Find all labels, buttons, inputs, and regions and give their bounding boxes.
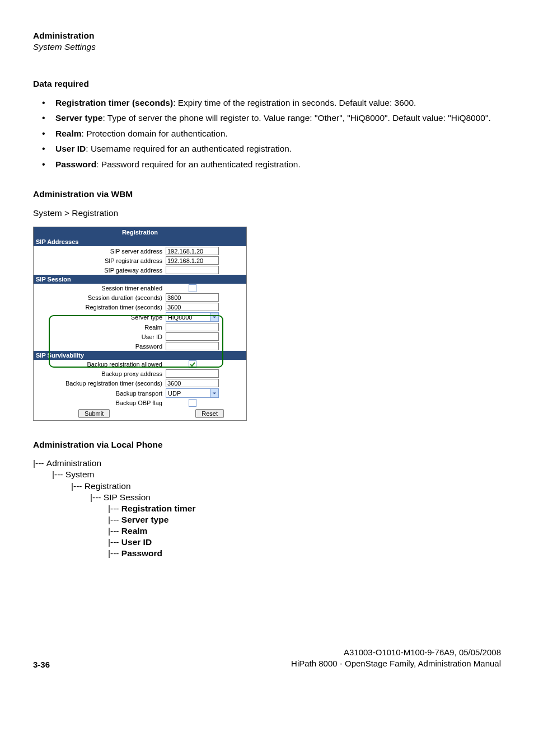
- field-label: Session duration (seconds): [34, 294, 166, 301]
- tree-node-registration-timer: Registration timer: [121, 504, 196, 513]
- sip-registrar-address-input[interactable]: [166, 256, 219, 265]
- list-item: Password: Password required for an authe…: [33, 158, 501, 170]
- item-text: : Protection domain for authentication.: [82, 129, 228, 138]
- row-backup-transport: Backup transport UDP: [34, 388, 246, 398]
- select-value: UDP: [168, 390, 181, 397]
- session-duration-input[interactable]: [166, 293, 219, 302]
- row-sip-server-address: SIP server address: [34, 246, 246, 256]
- backup-registration-allowed-checkbox[interactable]: [189, 360, 196, 368]
- row-backup-proxy-address: Backup proxy address: [34, 369, 246, 378]
- tree-node-administration: Administration: [46, 458, 101, 468]
- sip-gateway-address-input[interactable]: [166, 266, 219, 274]
- registration-panel: Registration SIP Addresses SIP server ad…: [33, 227, 247, 421]
- realm-input[interactable]: [166, 323, 219, 331]
- row-sip-gateway-address: SIP gateway address: [34, 265, 246, 275]
- item-text: : Type of server the phone will register…: [102, 113, 490, 123]
- chevron-down-icon: [210, 313, 218, 321]
- row-backup-registration-timer: Backup registration timer (seconds): [34, 378, 246, 388]
- sip-server-address-input[interactable]: [166, 247, 219, 255]
- wbm-heading: Administration via WBM: [33, 189, 501, 199]
- item-text: : Password required for an authenticated…: [96, 159, 300, 169]
- select-value: HiQ8000: [168, 314, 192, 321]
- menu-tree: |--- Administration |--- System |--- Reg…: [33, 458, 501, 559]
- item-label: Password: [55, 159, 96, 169]
- server-type-select[interactable]: HiQ8000: [166, 312, 219, 322]
- item-label: User ID: [55, 144, 86, 153]
- backup-transport-select[interactable]: UDP: [166, 388, 219, 398]
- page-footer: 3-36 A31003-O1010-M100-9-76A9, 05/05/200…: [33, 647, 501, 670]
- field-label: Backup registration allowed: [34, 361, 166, 368]
- page-number: 3-36: [33, 660, 50, 669]
- field-label: Backup proxy address: [34, 370, 166, 377]
- tree-node-realm: Realm: [121, 526, 148, 536]
- field-label: Server type: [34, 314, 166, 321]
- field-label: Password: [34, 343, 166, 350]
- footer-line1: A31003-O1010-M100-9-76A9, 05/05/2008: [291, 647, 501, 658]
- field-label: SIP server address: [34, 248, 166, 255]
- tree-node-sip-session: SIP Session: [104, 492, 151, 502]
- page-header-subtitle: System Settings: [33, 42, 501, 52]
- section-sip-survivability: SIP Survivability: [34, 351, 246, 360]
- footer-line2: HiPath 8000 - OpenStage Family, Administ…: [291, 658, 501, 669]
- field-label: Realm: [34, 324, 166, 331]
- tree-node-system: System: [65, 469, 95, 479]
- list-item: Realm: Protection domain for authenticat…: [33, 128, 501, 139]
- list-item: Registration timer (seconds): Expiry tim…: [33, 97, 501, 109]
- item-label: Server type: [55, 113, 102, 123]
- tree-node-server-type: Server type: [121, 515, 168, 524]
- row-user-id: User ID: [34, 332, 246, 341]
- session-timer-enabled-checkbox[interactable]: [189, 284, 196, 292]
- field-label: Registration timer (seconds): [34, 304, 166, 311]
- tree-node-user-id: User ID: [121, 537, 152, 547]
- row-backup-registration-allowed: Backup registration allowed: [34, 360, 246, 369]
- field-label: User ID: [34, 334, 166, 340]
- list-item: Server type: Type of server the phone wi…: [33, 112, 501, 124]
- field-label: Backup registration timer (seconds): [34, 380, 166, 387]
- list-item: User ID: Username required for an authen…: [33, 143, 501, 154]
- data-required-heading: Data required: [33, 79, 501, 89]
- item-label: Registration timer (seconds): [55, 98, 173, 107]
- row-session-timer-enabled: Session timer enabled: [34, 284, 246, 293]
- registration-timer-input[interactable]: [166, 303, 219, 311]
- field-label: Session timer enabled: [34, 285, 166, 292]
- section-sip-session: SIP Session: [34, 275, 246, 284]
- field-label: SIP registrar address: [34, 257, 166, 264]
- item-text: : Username required for an authenticated…: [86, 144, 292, 153]
- wbm-breadcrumb: System > Registration: [33, 207, 501, 219]
- submit-button[interactable]: Submit: [78, 409, 110, 418]
- panel-title: Registration: [34, 227, 246, 237]
- row-session-duration: Session duration (seconds): [34, 293, 246, 302]
- field-label: SIP gateway address: [34, 267, 166, 274]
- item-text: : Expiry time of the registration in sec…: [173, 98, 416, 107]
- field-label: Backup OBP flag: [34, 400, 166, 406]
- reset-button[interactable]: Reset: [195, 409, 224, 418]
- row-sip-registrar-address: SIP registrar address: [34, 256, 246, 265]
- backup-obp-flag-checkbox[interactable]: [189, 399, 196, 407]
- section-sip-addresses: SIP Addresses: [34, 237, 246, 246]
- local-phone-heading: Administration via Local Phone: [33, 440, 501, 450]
- user-id-input[interactable]: [166, 332, 219, 341]
- password-input[interactable]: [166, 342, 219, 350]
- item-label: Realm: [55, 129, 82, 138]
- row-password: Password: [34, 341, 246, 351]
- data-required-list: Registration timer (seconds): Expiry tim…: [33, 97, 501, 170]
- chevron-down-icon: [210, 389, 218, 397]
- row-server-type: Server type HiQ8000: [34, 312, 246, 322]
- row-realm: Realm: [34, 322, 246, 332]
- backup-registration-timer-input[interactable]: [166, 379, 219, 387]
- row-backup-obp-flag: Backup OBP flag: [34, 398, 246, 407]
- tree-node-password: Password: [121, 548, 162, 558]
- page-header-title: Administration: [33, 31, 501, 41]
- field-label: Backup transport: [34, 390, 166, 397]
- backup-proxy-address-input[interactable]: [166, 369, 219, 378]
- tree-node-registration: Registration: [85, 481, 131, 491]
- row-registration-timer: Registration timer (seconds): [34, 302, 246, 312]
